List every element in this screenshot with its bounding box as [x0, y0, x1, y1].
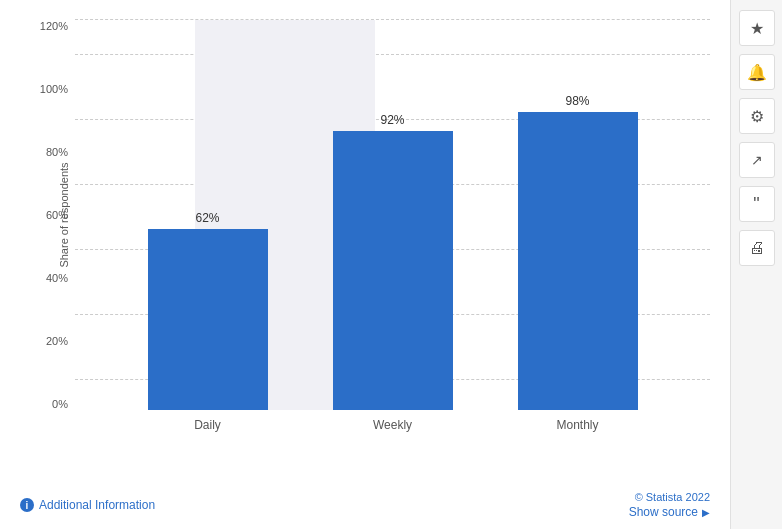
x-label-weekly: Weekly	[318, 418, 468, 432]
y-label-60: 60%	[30, 209, 68, 221]
bar-weekly	[333, 131, 453, 410]
footer: i Additional Information © Statista 2022…	[0, 483, 730, 529]
y-axis-labels: 0% 20% 40% 60% 80% 100% 120%	[30, 20, 68, 410]
x-label-daily: Daily	[133, 418, 283, 432]
star-button[interactable]: ★	[739, 10, 775, 46]
show-source-arrow-icon: ▶	[702, 507, 710, 518]
sidebar: ★ 🔔 ⚙ ↗ " 🖨	[730, 0, 782, 529]
y-label-40: 40%	[30, 272, 68, 284]
share-button[interactable]: ↗	[739, 142, 775, 178]
bars-container: 62% 92% 98%	[75, 20, 710, 410]
star-icon: ★	[750, 19, 764, 38]
x-label-monthly: Monthly	[503, 418, 653, 432]
bar-monthly	[518, 112, 638, 411]
print-icon: 🖨	[749, 239, 765, 257]
y-label-120: 120%	[30, 20, 68, 32]
gear-button[interactable]: ⚙	[739, 98, 775, 134]
x-labels: Daily Weekly Monthly	[75, 418, 710, 432]
cite-button[interactable]: "	[739, 186, 775, 222]
y-label-100: 100%	[30, 83, 68, 95]
chart-area: Share of respondents 0% 20% 40% 60% 80% …	[0, 0, 730, 483]
info-icon: i	[20, 498, 34, 512]
main-content: Share of respondents 0% 20% 40% 60% 80% …	[0, 0, 730, 529]
show-source-label: Show source	[629, 505, 698, 519]
copyright-text: © Statista 2022	[635, 491, 710, 503]
print-button[interactable]: 🖨	[739, 230, 775, 266]
share-icon: ↗	[751, 152, 763, 168]
additional-info-label: Additional Information	[39, 498, 155, 512]
y-label-20: 20%	[30, 335, 68, 347]
bar-value-monthly: 98%	[565, 94, 589, 108]
additional-info-link[interactable]: i Additional Information	[20, 498, 155, 512]
y-label-0: 0%	[30, 398, 68, 410]
bar-group-weekly: 92%	[318, 113, 468, 410]
bell-button[interactable]: 🔔	[739, 54, 775, 90]
plot-area: 62% 92% 98%	[75, 20, 710, 440]
bar-group-daily: 62%	[133, 211, 283, 411]
bell-icon: 🔔	[747, 63, 767, 82]
gear-icon: ⚙	[750, 107, 764, 126]
bar-value-daily: 62%	[195, 211, 219, 225]
footer-right: © Statista 2022 Show source ▶	[629, 491, 710, 519]
bar-group-monthly: 98%	[503, 94, 653, 411]
y-label-80: 80%	[30, 146, 68, 158]
bar-daily	[148, 229, 268, 411]
show-source-link[interactable]: Show source ▶	[629, 505, 710, 519]
bar-value-weekly: 92%	[380, 113, 404, 127]
cite-icon: "	[753, 194, 759, 215]
